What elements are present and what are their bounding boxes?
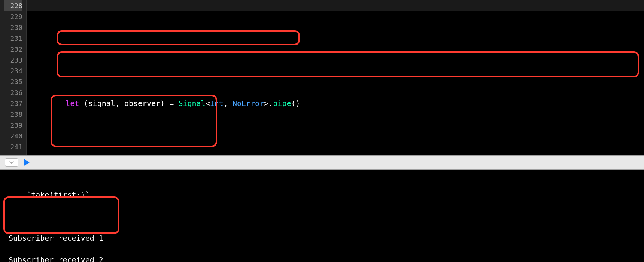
line-number: 230 xyxy=(4,22,22,33)
line-number: 233 xyxy=(4,55,22,66)
code-editor[interactable]: let (signal, observer) = Signal<Int, NoE… xyxy=(27,0,644,155)
line-number: 234 xyxy=(4,66,22,76)
code-line[interactable] xyxy=(27,141,644,152)
console-line: Subscriber received 2 xyxy=(9,255,639,262)
line-number: 228 xyxy=(4,0,22,11)
line-number: 241 xyxy=(4,141,22,152)
line-number: 238 xyxy=(4,109,22,120)
line-number: 240 xyxy=(4,131,22,141)
console-output[interactable]: --- `take(first:)` --- Subscriber receiv… xyxy=(0,170,644,262)
code-line[interactable] xyxy=(27,55,644,66)
line-number: 236 xyxy=(4,87,22,98)
code-line[interactable]: let (signal, observer) = Signal<Int, NoE… xyxy=(27,98,644,109)
console-line xyxy=(9,211,639,222)
debug-view-dropdown[interactable] xyxy=(5,158,18,167)
line-number: 232 xyxy=(4,44,22,55)
line-number-gutter: 2282292302312322332342352362372382392402… xyxy=(0,0,27,155)
line-number: 239 xyxy=(4,120,22,131)
editor-area: 2282292302312322332342352362372382392402… xyxy=(0,0,644,155)
line-number: 237 xyxy=(4,98,22,109)
console-line: Subscriber received 1 xyxy=(9,233,639,244)
chevron-down-icon xyxy=(9,161,14,164)
console-line: --- `take(first:)` --- xyxy=(9,189,639,200)
current-line-highlight xyxy=(27,0,644,11)
line-number: 235 xyxy=(4,76,22,87)
line-number: 229 xyxy=(4,11,22,22)
line-number: 231 xyxy=(4,33,22,44)
